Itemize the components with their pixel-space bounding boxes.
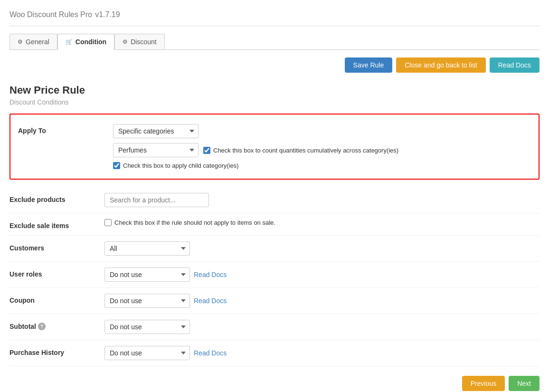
customers-control: All Specific customers Guest — [104, 241, 540, 256]
apply-to-control: Specific categories All products Specifi… — [113, 124, 531, 169]
cumulative-checkbox-label[interactable]: Check this box to count quantities cumul… — [203, 147, 398, 154]
exclude-sale-row: Exclude sale items Check this box if the… — [9, 213, 540, 236]
apply-to-category-select[interactable]: Perfumes Clothing Electronics — [113, 143, 199, 157]
user-roles-label: User roles — [9, 268, 104, 278]
tab-bar: ⚙ General 🛒 Condition ⚙ Discount — [9, 34, 540, 50]
coupon-control: Do not use Read Docs — [104, 294, 540, 308]
tab-discount[interactable]: ⚙ Discount — [114, 34, 164, 49]
exclude-products-control — [104, 193, 540, 207]
coupon-docs-link[interactable]: Read Docs — [194, 297, 227, 305]
customers-select[interactable]: All Specific customers Guest — [104, 241, 190, 256]
page-title: New Price Rule — [9, 84, 540, 96]
purchase-history-label: Purchase History — [9, 346, 104, 356]
purchase-history-select[interactable]: Do not use — [104, 346, 190, 360]
apply-to-section: Apply To Specific categories All product… — [9, 114, 540, 180]
coupon-select[interactable]: Do not use — [104, 294, 190, 308]
previous-button[interactable]: Previous — [462, 376, 505, 391]
next-button[interactable]: Next — [509, 376, 540, 391]
tab-condition[interactable]: 🛒 Condition — [57, 34, 114, 50]
exclude-sale-checkbox[interactable] — [104, 219, 112, 226]
apply-to-label: Apply To — [18, 124, 113, 134]
purchase-history-control: Do not use Read Docs — [104, 346, 540, 360]
close-back-button[interactable]: Close and go back to list — [396, 57, 486, 73]
cumulative-checkbox[interactable] — [203, 147, 210, 154]
exclude-products-row: Exclude products — [9, 187, 540, 213]
exclude-sale-label: Exclude sale items — [9, 219, 104, 229]
gear-icon: ⚙ — [18, 38, 23, 45]
purchase-history-docs-link[interactable]: Read Docs — [194, 349, 227, 357]
subtotal-row: Subtotal ? Do not use — [9, 314, 540, 340]
user-roles-select[interactable]: Do not use Administrator Customer — [104, 268, 190, 282]
subtotal-label: Subtotal ? — [9, 320, 104, 330]
user-roles-docs-link[interactable]: Read Docs — [194, 271, 227, 278]
page-subtitle: Discount Conditions — [9, 98, 540, 106]
exclude-products-input[interactable] — [104, 193, 209, 207]
coupon-row: Coupon Do not use Read Docs — [9, 288, 540, 314]
coupon-label: Coupon — [9, 294, 104, 304]
customers-label: Customers — [9, 241, 104, 252]
subtotal-help-icon[interactable]: ? — [38, 323, 46, 330]
customers-row: Customers All Specific customers Guest — [9, 236, 540, 262]
read-docs-button[interactable]: Read Docs — [490, 57, 540, 73]
subtotal-select[interactable]: Do not use — [104, 320, 190, 334]
save-rule-button[interactable]: Save Rule — [345, 57, 393, 73]
purchase-history-row: Purchase History Do not use Read Docs — [9, 340, 540, 366]
exclude-sale-control: Check this box if the rule should not ap… — [104, 219, 540, 226]
discount-icon: ⚙ — [123, 38, 128, 45]
child-category-checkbox[interactable] — [113, 162, 120, 169]
user-roles-row: User roles Do not use Administrator Cust… — [9, 262, 540, 288]
pagination: Previous Next — [9, 366, 540, 392]
toolbar: Save Rule Close and go back to list Read… — [9, 50, 540, 80]
subtotal-control: Do not use — [104, 320, 540, 334]
tab-general[interactable]: ⚙ General — [9, 34, 57, 49]
exclude-products-label: Exclude products — [9, 193, 104, 203]
exclude-sale-checkbox-label[interactable]: Check this box if the rule should not ap… — [104, 219, 540, 226]
user-roles-control: Do not use Administrator Customer Read D… — [104, 268, 540, 282]
cart-icon: 🛒 — [66, 38, 73, 45]
apply-to-type-select[interactable]: Specific categories All products Specifi… — [113, 124, 199, 138]
child-category-checkbox-label[interactable]: Check this box to apply child category(i… — [113, 162, 239, 169]
app-title: Woo Discount Rules Pro v1.7.19 — [9, 8, 540, 26]
